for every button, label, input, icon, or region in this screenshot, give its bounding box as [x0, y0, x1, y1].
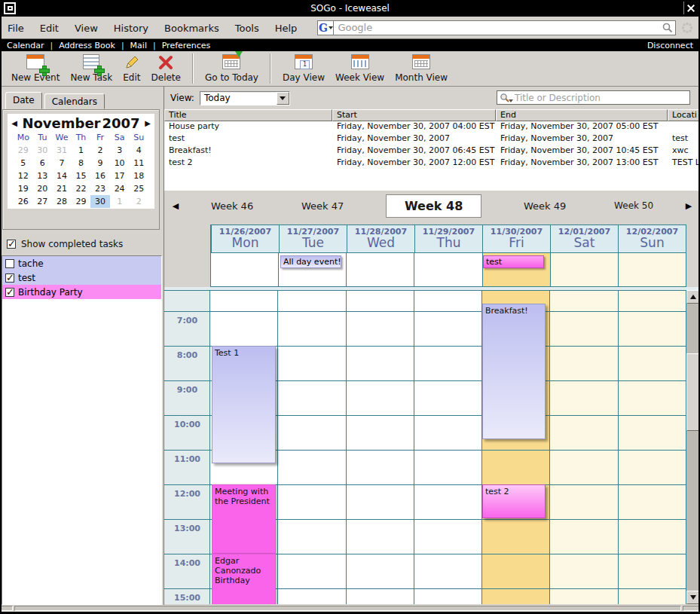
prev-week-icon[interactable]: ◀	[164, 201, 187, 211]
mini-calendar-day[interactable]: 10	[110, 157, 130, 170]
table-row[interactable]: test 2 Friday, November 30, 2007 12:00 E…	[164, 157, 700, 170]
mini-calendar-day[interactable]: 4	[129, 144, 148, 157]
prev-month-icon[interactable]: ◀	[8, 119, 21, 127]
edit-button[interactable]: Edit	[123, 54, 140, 83]
day-column-header[interactable]: 11/27/2007 Tue	[279, 225, 347, 252]
task-row[interactable]: tache	[2, 256, 161, 270]
mini-calendar-day[interactable]: 14	[52, 170, 72, 182]
mini-calendar-day[interactable]: 2	[129, 195, 148, 208]
event-breakfast[interactable]: Breakfast!	[482, 304, 546, 439]
menu-item[interactable]: Tools	[235, 23, 259, 34]
event-test-2[interactable]: test 2	[482, 484, 546, 518]
menu-item[interactable]: Edit	[40, 23, 59, 34]
view-select[interactable]: Today	[200, 91, 290, 105]
go-to-today-button[interactable]: Go to Today	[205, 54, 258, 83]
menu-item[interactable]: File	[8, 23, 24, 34]
event-edgar-canonzado-birthday[interactable]: Edgar Canonzado Birthday	[212, 554, 276, 604]
menu-item[interactable]: History	[114, 23, 148, 34]
task-row[interactable]: Birthday Party	[2, 285, 161, 299]
week-tab[interactable]: Week 50	[608, 197, 659, 214]
allday-cell-mon[interactable]	[211, 253, 278, 286]
mini-calendar-day[interactable]: 30	[90, 195, 110, 208]
allday-event[interactable]: test	[483, 255, 544, 268]
allday-cell-thu[interactable]	[414, 253, 481, 286]
week-tab[interactable]: Week 48	[386, 194, 481, 218]
grid-column-sun[interactable]	[619, 291, 686, 604]
mini-calendar-day[interactable]: 29	[72, 195, 91, 208]
day-column-header[interactable]: 11/28/2007 Wed	[347, 225, 414, 252]
day-column-header[interactable]: 11/30/2007 Fri	[482, 225, 550, 252]
task-checkbox[interactable]	[5, 259, 14, 268]
event-search-box[interactable]	[497, 90, 690, 105]
delete-button[interactable]: Delete	[151, 54, 181, 83]
new-task-button[interactable]: New Task	[70, 54, 112, 83]
day-column-header[interactable]: 11/26/2007 Mon	[211, 225, 279, 252]
column-header-end[interactable]: End	[496, 109, 668, 121]
mini-calendar-day[interactable]: 27	[33, 195, 53, 208]
month-view-button[interactable]: Month View	[395, 54, 448, 83]
next-week-icon[interactable]: ▶	[677, 201, 700, 211]
app-nav-item[interactable]: Preferences	[147, 41, 210, 50]
allday-cell-wed[interactable]	[346, 253, 414, 286]
mini-calendar-day[interactable]: 12	[14, 170, 33, 182]
allday-event[interactable]: All day event!	[280, 255, 341, 268]
mini-calendar-day[interactable]: 22	[72, 182, 91, 195]
event-search-input[interactable]	[515, 93, 689, 103]
event-test-1[interactable]: Test 1	[212, 346, 276, 463]
mini-calendar-day[interactable]: 21	[52, 182, 72, 195]
mini-calendar-day[interactable]: 1	[110, 195, 130, 208]
app-nav-item[interactable]: Calendar	[7, 41, 44, 50]
mini-calendar-day[interactable]: 11	[129, 157, 148, 170]
mini-calendar-day[interactable]: 1	[72, 144, 91, 157]
mini-calendar-day[interactable]: 19	[14, 182, 33, 195]
mini-calendar-day[interactable]: 7	[52, 157, 72, 170]
close-icon[interactable]	[683, 2, 697, 14]
allday-cell-sat[interactable]	[550, 253, 618, 286]
tab-calendars[interactable]: Calendars	[44, 93, 105, 109]
mini-calendar-day[interactable]: 8	[72, 157, 91, 170]
mini-calendar-day[interactable]: 20	[33, 182, 53, 195]
week-tab[interactable]: Week 49	[518, 197, 572, 215]
menu-item[interactable]: Bookmarks	[164, 23, 219, 34]
menu-item[interactable]: View	[75, 23, 98, 34]
table-row[interactable]: Breakfast! Friday, November 30, 2007 06:…	[164, 145, 700, 157]
mini-calendar-day[interactable]: 6	[33, 157, 53, 170]
mini-calendar-day[interactable]: 18	[129, 170, 148, 182]
mini-calendar-day[interactable]: 2	[90, 144, 110, 157]
show-completed-checkbox[interactable]	[7, 240, 16, 249]
day-column-header[interactable]: 12/02/2007 Sun	[618, 225, 686, 252]
disconnect-link[interactable]: Disconnect	[647, 41, 693, 50]
grid-column-tue[interactable]	[278, 291, 346, 604]
event-meeting-with-the-president[interactable]: Meeting with the President	[212, 484, 276, 554]
view-select-button[interactable]	[277, 92, 289, 105]
mini-calendar-day[interactable]: 13	[33, 170, 53, 182]
mini-calendar-day[interactable]: 29	[14, 144, 33, 157]
browser-search-input[interactable]	[334, 22, 660, 34]
task-checkbox[interactable]	[5, 288, 14, 297]
week-tab[interactable]: Week 46	[205, 197, 259, 215]
mini-calendar-day[interactable]: 3	[110, 144, 130, 157]
mini-calendar-day[interactable]: 26	[14, 195, 33, 208]
day-column-header[interactable]: 11/29/2007 Thu	[414, 225, 482, 252]
search-icon[interactable]	[660, 21, 675, 35]
column-header-title[interactable]: Title	[164, 109, 332, 121]
column-header-location[interactable]: Locati	[668, 109, 700, 121]
mini-calendar-day[interactable]: 15	[72, 170, 91, 182]
table-row[interactable]: House party Friday, November 30, 2007 04…	[164, 121, 700, 133]
mini-calendar-day[interactable]: 24	[110, 182, 130, 195]
mini-calendar-day[interactable]: 16	[90, 170, 110, 182]
mini-calendar-day[interactable]: 17	[110, 170, 130, 182]
mini-calendar-day[interactable]: 23	[90, 182, 110, 195]
table-row[interactable]: test Friday, November 30, 2007 Friday, N…	[164, 133, 700, 145]
tab-date[interactable]: Date	[5, 92, 42, 109]
week-view-button[interactable]: Week View	[335, 54, 384, 83]
mini-calendar-day[interactable]: 30	[33, 144, 53, 157]
allday-cell-sun[interactable]	[618, 253, 686, 286]
grid-column-wed[interactable]	[347, 291, 414, 604]
grid-column-thu[interactable]	[414, 291, 482, 604]
mini-calendar-day[interactable]: 28	[52, 195, 72, 208]
app-nav-item[interactable]: Address Book	[44, 41, 115, 50]
column-header-start[interactable]: Start	[332, 109, 496, 121]
new-event-button[interactable]: New Event	[11, 54, 60, 83]
mini-calendar-day[interactable]: 9	[90, 157, 110, 170]
